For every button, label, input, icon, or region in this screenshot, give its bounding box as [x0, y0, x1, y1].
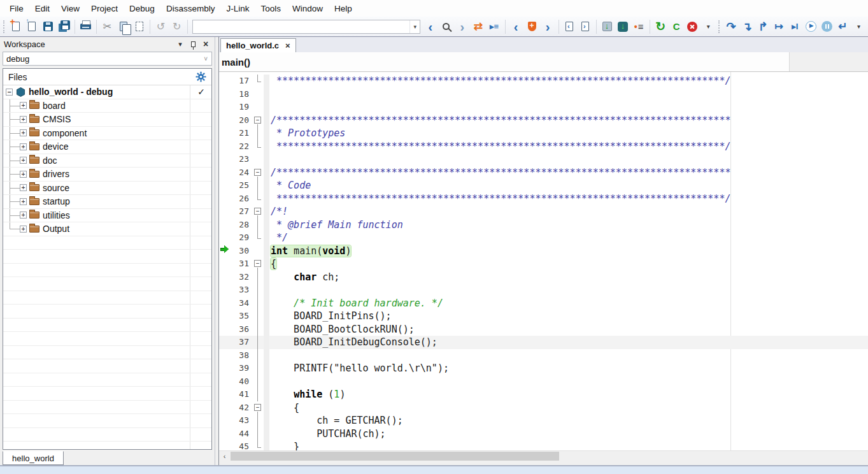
- save-all-icon[interactable]: [56, 18, 72, 35]
- tree-item-component[interactable]: +component: [3, 127, 211, 141]
- code-line[interactable]: 23: [219, 153, 868, 166]
- expand-icon[interactable]: +: [20, 198, 27, 205]
- toolbar-grip[interactable]: [3, 20, 6, 33]
- fold-collapse-icon[interactable]: −: [253, 166, 264, 180]
- workspace-bottom-tab[interactable]: hello_world: [3, 451, 64, 465]
- fold-collapse-icon[interactable]: −: [253, 257, 264, 271]
- menu-help[interactable]: Help: [329, 1, 358, 16]
- tab-hello-world-c[interactable]: hello_world.c ×: [220, 38, 296, 52]
- breakpoint-column[interactable]: [264, 101, 269, 114]
- step-out-icon[interactable]: ↱: [755, 18, 771, 35]
- expand-icon[interactable]: +: [20, 212, 27, 219]
- code-line[interactable]: 43 ch = GETCHAR();: [219, 414, 868, 427]
- expand-icon[interactable]: +: [20, 129, 27, 136]
- previous-file-icon[interactable]: [562, 18, 578, 35]
- breakpoint-column[interactable]: [264, 440, 269, 450]
- expand-icon[interactable]: +: [20, 184, 27, 191]
- scroll-left-icon[interactable]: ‹: [219, 451, 230, 461]
- code-line[interactable]: 39 PRINTF("hello world.\r\n");: [219, 362, 868, 375]
- code-line[interactable]: 45 }: [219, 440, 868, 450]
- code-line[interactable]: 36 BOARD_BootClockRUN();: [219, 323, 868, 336]
- breakpoint-column[interactable]: [264, 349, 269, 363]
- breakpoint-column[interactable]: [264, 375, 269, 389]
- step-into-icon[interactable]: ↴: [739, 18, 755, 35]
- toolbar-overflow-icon[interactable]: ▾: [701, 18, 716, 35]
- code-line[interactable]: 37 BOARD_InitDebugConsole();: [219, 336, 868, 349]
- break-icon[interactable]: [819, 18, 835, 35]
- code-line[interactable]: 26 *************************************…: [219, 192, 868, 206]
- breakpoint-column[interactable]: [264, 231, 269, 245]
- menu-edit[interactable]: Edit: [29, 1, 55, 16]
- code-line[interactable]: 19: [219, 101, 868, 114]
- code-line[interactable]: 18: [219, 88, 868, 101]
- code-line[interactable]: 42− {: [219, 401, 868, 415]
- code-line[interactable]: 28 * @brief Main function: [219, 219, 868, 232]
- breakpoint-column[interactable]: [264, 284, 269, 297]
- breakpoint-column[interactable]: [264, 153, 269, 166]
- go-icon[interactable]: [803, 18, 819, 35]
- tree-item-cmsis[interactable]: +CMSIS: [3, 113, 211, 127]
- redo-icon[interactable]: ↻: [169, 18, 185, 35]
- menu-file[interactable]: File: [4, 1, 29, 16]
- breakpoint-column[interactable]: [264, 414, 269, 427]
- code-line[interactable]: 25 * Code: [219, 179, 868, 192]
- call-stack-icon[interactable]: ≡: [631, 18, 647, 35]
- tree-item-doc[interactable]: +doc: [3, 154, 211, 168]
- expand-icon[interactable]: +: [20, 171, 27, 178]
- breakpoint-column[interactable]: [264, 257, 269, 271]
- breakpoint-column[interactable]: [264, 310, 269, 323]
- breakpoint-column[interactable]: [264, 140, 269, 154]
- code-line[interactable]: 33: [219, 284, 868, 297]
- next-file-icon[interactable]: [578, 18, 594, 35]
- collapse-icon[interactable]: −: [6, 89, 13, 96]
- code-line[interactable]: 41 while (1): [219, 388, 868, 401]
- horizontal-scrollbar[interactable]: ‹: [219, 450, 868, 461]
- code-line[interactable]: 20−/************************************…: [219, 114, 868, 127]
- save-icon[interactable]: [40, 18, 56, 35]
- fold-collapse-icon[interactable]: −: [253, 401, 264, 415]
- breakpoint-column[interactable]: [264, 401, 269, 415]
- tree-item-drivers[interactable]: +drivers: [3, 168, 211, 182]
- expand-icon[interactable]: +: [20, 157, 27, 164]
- stop-icon[interactable]: [685, 18, 701, 35]
- settings-gear-icon[interactable]: [196, 71, 206, 82]
- breakpoint-column[interactable]: [264, 88, 269, 101]
- breakpoint-column[interactable]: [264, 114, 269, 127]
- code-line[interactable]: 17 *************************************…: [219, 75, 868, 88]
- code-line[interactable]: 31−{: [219, 257, 868, 271]
- find-previous-icon[interactable]: ‹: [422, 18, 438, 35]
- reload-icon[interactable]: C: [669, 18, 685, 35]
- close-tab-icon[interactable]: ×: [285, 41, 290, 50]
- tree-item-startup[interactable]: +startup: [3, 195, 211, 209]
- code-line[interactable]: 24−/************************************…: [219, 166, 868, 180]
- code-line[interactable]: 29 */: [219, 231, 868, 245]
- breakpoint-column[interactable]: [264, 127, 269, 140]
- menu-tools[interactable]: Tools: [255, 1, 287, 16]
- code-line[interactable]: 34 /* Init board hardware. */: [219, 297, 868, 310]
- reset-icon[interactable]: ↻: [653, 18, 669, 35]
- expand-icon[interactable]: +: [20, 143, 27, 150]
- cut-icon[interactable]: ✂: [99, 18, 115, 35]
- copy-icon[interactable]: [115, 18, 131, 35]
- breakpoint-column[interactable]: [264, 219, 269, 232]
- menu-project[interactable]: Project: [85, 1, 124, 16]
- breakpoint-column[interactable]: [264, 323, 269, 336]
- fold-collapse-icon[interactable]: −: [253, 205, 264, 219]
- tree-item-board[interactable]: +board: [3, 99, 211, 113]
- paste-icon[interactable]: [131, 18, 147, 35]
- menu-window[interactable]: Window: [287, 1, 329, 16]
- stop-debugging-icon[interactable]: ↵: [835, 18, 851, 35]
- breakpoint-column[interactable]: [264, 245, 269, 258]
- breakpoint-column[interactable]: [264, 205, 269, 219]
- find-next-icon[interactable]: ›: [454, 18, 470, 35]
- configuration-selector[interactable]: debug ˅: [3, 52, 212, 66]
- tree-item-output[interactable]: +Output: [3, 222, 211, 236]
- breakpoint-icon[interactable]: [524, 18, 540, 35]
- scrollbar-thumb[interactable]: [231, 452, 559, 461]
- search-combo[interactable]: ▾: [192, 20, 420, 34]
- tree-item-source[interactable]: +source: [3, 182, 211, 196]
- new-document-icon[interactable]: [8, 18, 24, 35]
- code-line[interactable]: 21 * Prototypes: [219, 127, 868, 140]
- debug-dropdown-icon[interactable]: ▾: [851, 18, 867, 35]
- code-line[interactable]: 44 PUTCHAR(ch);: [219, 427, 868, 441]
